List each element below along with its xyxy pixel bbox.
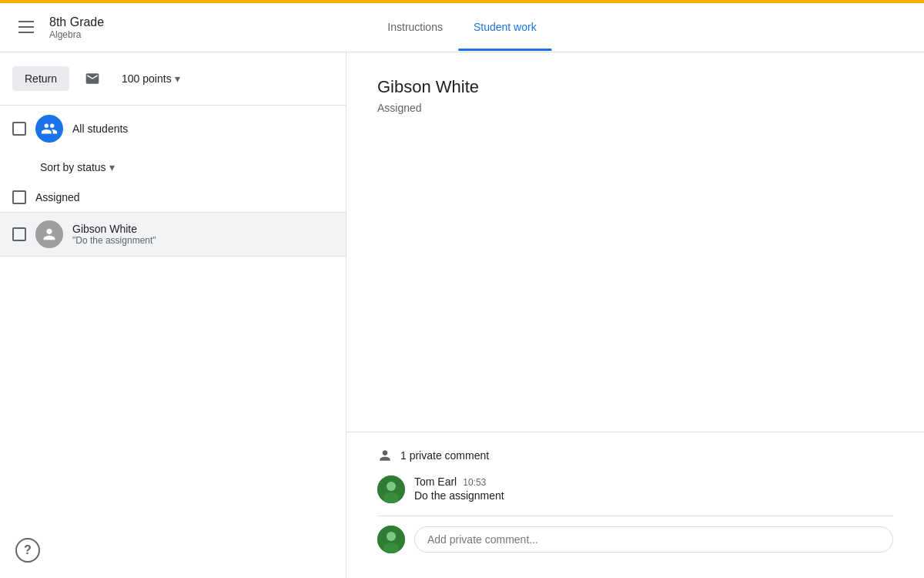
private-comment-header: 1 private comment [377,448,893,463]
student-info: Gibson White "Do the assignment" [72,223,333,246]
subject-label: Algebra [49,29,104,40]
points-selector[interactable]: 100 points ▾ [122,72,180,85]
layout: Return 100 points ▾ All students [0,52,924,578]
return-button[interactable]: Return [12,66,69,91]
add-comment-input[interactable] [414,526,893,553]
student-checkbox[interactable] [12,227,26,241]
tab-instructions[interactable]: Instructions [372,5,458,51]
comment-time: 10:53 [463,477,486,488]
all-students-checkbox[interactable] [12,122,26,136]
comment-author-line: Tom Earl 10:53 [414,476,893,488]
student-avatar [35,220,63,248]
assigned-label: Assigned [35,191,80,203]
comment-item: Tom Earl 10:53 Do the assignment [377,476,893,503]
person-comment-icon [377,448,393,463]
svg-point-4 [387,532,396,541]
assigned-checkbox[interactable] [12,190,26,204]
comment-body: Tom Earl 10:53 Do the assignment [414,476,893,503]
student-row[interactable]: Gibson White "Do the assignment" [0,212,346,257]
points-value: 100 points [122,72,172,85]
menu-button[interactable] [12,15,40,39]
grade-label: 8th Grade [49,15,104,29]
person-icon [41,226,58,243]
student-name: Gibson White [72,223,333,235]
all-students-avatar [35,115,63,143]
current-user-avatar [377,526,405,553]
sort-label: Sort by status [40,161,106,173]
tab-student-work[interactable]: Student work [458,5,552,51]
main-content: Gibson White Assigned 1 private comment [346,52,924,578]
commenter-avatar [377,476,405,503]
private-comment-count: 1 private comment [400,449,489,462]
current-user-avatar-img [377,526,405,553]
mail-button[interactable] [79,65,106,92]
toolbar: Return 100 points ▾ [0,52,346,106]
header-left: 8th Grade Algebra [12,15,166,41]
add-comment-row [377,516,893,563]
student-detail-panel: Gibson White Assigned [346,52,924,432]
comment-text: Do the assignment [414,489,893,502]
header: 8th Grade Algebra Instructions Student w… [0,3,924,52]
all-students-row[interactable]: All students [0,106,346,152]
header-title: 8th Grade Algebra [49,15,104,41]
comments-section: 1 private comment Tom Earl 10:53 [346,432,924,578]
sort-row[interactable]: Sort by status ▾ [0,152,346,183]
student-comment-preview: "Do the assignment" [72,235,333,246]
group-icon [41,120,58,137]
tabs-nav: Instructions Student work [372,5,551,50]
assigned-section-header: Assigned [0,183,346,212]
points-chevron-icon: ▾ [175,72,180,85]
mail-icon [85,71,100,86]
all-students-label: All students [72,123,128,135]
help-button[interactable]: ? [15,538,40,563]
detail-student-name: Gibson White [377,77,893,97]
tom-earl-avatar [377,476,405,503]
detail-student-status: Assigned [377,102,893,114]
svg-point-1 [387,482,396,491]
help-icon: ? [24,543,32,557]
comment-author: Tom Earl [414,476,457,488]
sidebar: Return 100 points ▾ All students [0,52,346,578]
sort-chevron-icon: ▾ [109,161,115,173]
